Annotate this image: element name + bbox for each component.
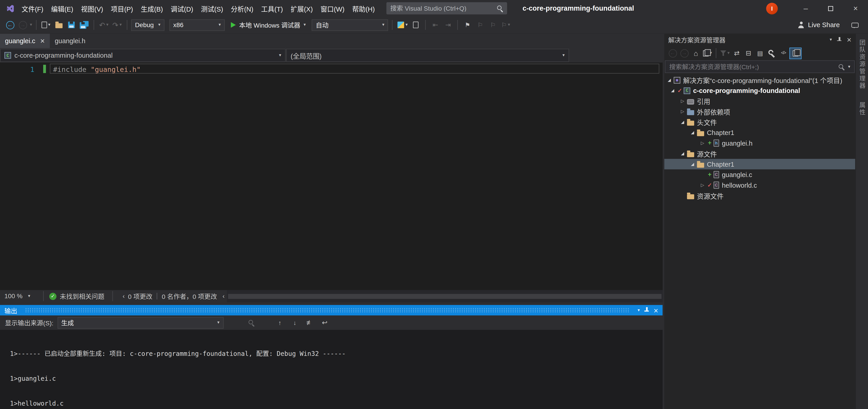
quick-launch-search-input[interactable] [391, 5, 497, 11]
tree-item-project[interactable]: c-core-programming-foundational [664, 85, 855, 96]
vertical-splitter[interactable] [662, 34, 664, 409]
toggle-word-wrap-button[interactable] [319, 316, 330, 329]
expand-arrow-icon[interactable] [689, 130, 696, 135]
user-avatar[interactable]: I [766, 2, 778, 14]
menu-view[interactable]: 视图(V) [77, 0, 107, 17]
navigate-backward-button[interactable] [4, 18, 16, 32]
expand-arrow-icon[interactable] [679, 120, 686, 125]
start-debugging-button[interactable]: 本地 Windows 调试器 [226, 18, 310, 32]
menu-analyze[interactable]: 分析(N) [227, 0, 257, 17]
menu-extensions[interactable]: 扩展(X) [287, 0, 317, 17]
parameter-info-button[interactable] [410, 18, 422, 32]
explorer-forward-button[interactable] [679, 46, 690, 60]
menu-window[interactable]: 窗口(W) [317, 0, 348, 17]
window-position-icon[interactable] [830, 37, 832, 42]
open-file-button[interactable] [53, 18, 64, 32]
close-tab-icon[interactable] [40, 37, 45, 45]
solution-explorer-search-input[interactable] [669, 63, 835, 70]
collapse-arrow-icon[interactable] [699, 140, 706, 146]
tree-item-chapter1-headers[interactable]: Chapter1 [664, 127, 855, 138]
window-drag-grip[interactable] [25, 308, 630, 313]
clear-all-output-button[interactable] [304, 316, 315, 329]
menu-project[interactable]: 项目(P) [107, 0, 137, 17]
tree-item-guanglei-c[interactable]: guanglei.c [664, 169, 855, 180]
expand-arrow-icon[interactable] [669, 88, 676, 93]
close-button[interactable] [843, 0, 868, 17]
codelens-scroll-left-icon[interactable] [123, 293, 125, 299]
switch-views-button[interactable] [702, 46, 713, 60]
output-log[interactable]: 1>------ 已启动全部重新生成: 项目: c-core-programmi… [0, 330, 662, 409]
menu-test[interactable]: 测试(S) [197, 0, 227, 17]
tab-guanglei-c[interactable]: guanglei.c [0, 34, 50, 48]
project-scope-dropdown[interactable]: c-core-programming-foundational [0, 49, 286, 62]
scrollbar-left-arrow-icon[interactable] [222, 293, 224, 299]
tree-item-resource-files[interactable]: 资源文件 [664, 190, 855, 201]
search-icon[interactable] [838, 63, 845, 70]
menu-debug[interactable]: 调试(D) [167, 0, 197, 17]
document-health-indicator[interactable]: 未找到相关问题 [49, 292, 104, 301]
preview-selected-items-toggle[interactable] [789, 47, 802, 59]
output-panel-header[interactable]: 输出 [0, 305, 662, 316]
tree-item-guanglei-h[interactable]: guanglei.h [664, 138, 855, 149]
tree-item-source-files[interactable]: 源文件 [664, 148, 855, 159]
tree-item-chapter1-sources[interactable]: Chapter1 [664, 159, 855, 169]
redo-button[interactable] [111, 18, 123, 32]
view-code-button[interactable] [778, 46, 789, 60]
tree-item-header-files[interactable]: 头文件 [664, 117, 855, 127]
solution-configuration-dropdown[interactable]: Debug [131, 19, 164, 31]
close-panel-icon[interactable] [847, 36, 851, 44]
navigation-history-dropdown-icon[interactable] [30, 23, 32, 27]
show-all-files-button[interactable] [754, 46, 766, 60]
collapse-arrow-icon[interactable] [679, 109, 686, 114]
collapse-all-button[interactable] [743, 46, 754, 60]
edge-tab-properties[interactable]: 属性 [858, 102, 866, 116]
search-icon[interactable] [497, 5, 503, 11]
menu-help[interactable]: 帮助(H) [348, 0, 379, 17]
increase-indent-button[interactable] [442, 18, 454, 32]
previous-message-button[interactable] [274, 316, 285, 329]
menu-edit[interactable]: 编辑(E) [47, 0, 77, 17]
tab-guanglei-h[interactable]: guanglei.h [50, 34, 90, 48]
authors-info[interactable]: 0 名作者，0 项更改 [162, 292, 217, 301]
undo-button[interactable] [98, 18, 110, 32]
tree-item-helloworld-c[interactable]: helloworld.c [664, 180, 855, 191]
zoom-dropdown[interactable]: 100 % [4, 293, 41, 300]
clear-bookmarks-button[interactable] [500, 18, 511, 32]
menu-file[interactable]: 文件(F) [18, 0, 47, 17]
properties-button[interactable] [766, 46, 777, 60]
feedback-button[interactable] [849, 18, 860, 32]
new-file-button[interactable] [40, 18, 52, 32]
collapse-arrow-icon[interactable] [679, 99, 686, 103]
window-position-icon[interactable] [638, 308, 640, 312]
navigate-forward-button[interactable] [17, 18, 28, 32]
tree-item-solution[interactable]: 解决方案“c-core-programming-foundational”(1 … [664, 74, 855, 85]
tree-item-external-dependencies[interactable]: 外部依赖项 [664, 106, 855, 117]
pending-changes-filter-button[interactable] [719, 46, 731, 60]
quick-launch-search[interactable] [386, 2, 507, 14]
edge-tab-team-explorer[interactable]: 团队资源管理器 [858, 39, 866, 90]
code-editor[interactable]: 1 #include "guanglei.h" [0, 63, 662, 290]
toggle-bookmark-button[interactable] [462, 18, 473, 32]
solution-platform-dropdown[interactable]: x86 [169, 19, 225, 31]
chevron-down-icon[interactable] [848, 64, 850, 69]
collapse-arrow-icon[interactable] [699, 183, 706, 188]
live-share-button[interactable]: Live Share [798, 21, 840, 29]
list-members-button[interactable] [397, 18, 409, 32]
save-all-button[interactable] [79, 18, 90, 32]
minimize-button[interactable] [793, 0, 818, 17]
explorer-back-button[interactable] [667, 46, 678, 60]
tree-item-references[interactable]: 引用 [664, 96, 855, 106]
expand-arrow-icon[interactable] [679, 151, 686, 156]
pin-icon[interactable] [644, 307, 649, 313]
changes-count[interactable]: 0 项更改 [128, 292, 152, 301]
solution-explorer-header[interactable]: 解决方案资源管理器 [664, 34, 855, 46]
type-scope-dropdown[interactable]: (全局范围) [286, 49, 569, 62]
next-message-button[interactable] [289, 316, 301, 329]
menu-tools[interactable]: 工具(T) [257, 0, 287, 17]
maximize-button[interactable] [818, 0, 843, 17]
output-source-dropdown[interactable]: 生成 [57, 317, 223, 328]
close-panel-icon[interactable] [654, 306, 658, 314]
expand-arrow-icon[interactable] [689, 162, 696, 167]
expand-arrow-icon[interactable] [665, 77, 673, 83]
decrease-indent-button[interactable] [430, 18, 441, 32]
